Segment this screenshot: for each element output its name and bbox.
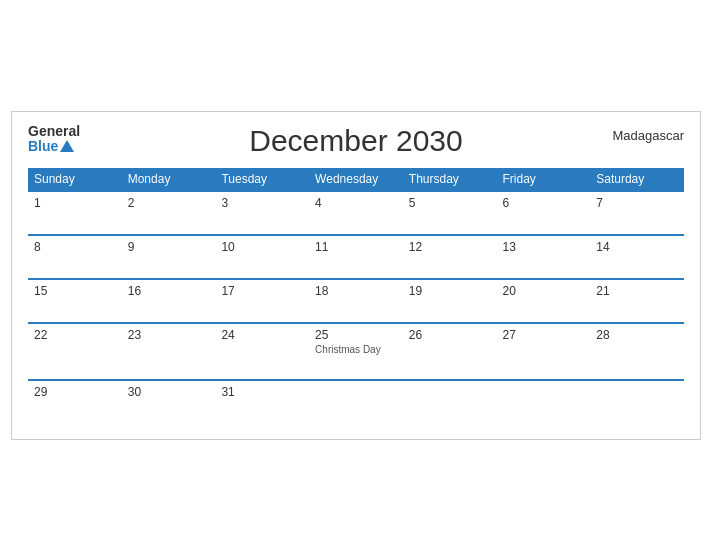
- header-sunday: Sunday: [28, 168, 122, 191]
- calendar-week-1: 1234567: [28, 191, 684, 235]
- header-tuesday: Tuesday: [215, 168, 309, 191]
- country-label: Madagascar: [612, 128, 684, 143]
- calendar-title: December 2030: [249, 124, 462, 158]
- calendar-cell-w2-d3: 10: [215, 235, 309, 279]
- calendar-cell-w5-d2: 30: [122, 380, 216, 423]
- header-saturday: Saturday: [590, 168, 684, 191]
- day-number: 23: [128, 328, 141, 342]
- day-number: 20: [503, 284, 516, 298]
- calendar-thead: Sunday Monday Tuesday Wednesday Thursday…: [28, 168, 684, 191]
- calendar-cell-w1-d4: 4: [309, 191, 403, 235]
- day-number: 7: [596, 196, 603, 210]
- calendar-cell-w4-d4: 25Christmas Day: [309, 323, 403, 380]
- calendar-cell-w3-d5: 19: [403, 279, 497, 323]
- calendar-cell-w2-d2: 9: [122, 235, 216, 279]
- calendar-cell-w4-d5: 26: [403, 323, 497, 380]
- calendar-cell-w5-d5: [403, 380, 497, 423]
- calendar-cell-w2-d1: 8: [28, 235, 122, 279]
- calendar-cell-w4-d7: 28: [590, 323, 684, 380]
- calendar-cell-w3-d1: 15: [28, 279, 122, 323]
- day-number: 4: [315, 196, 322, 210]
- day-number: 5: [409, 196, 416, 210]
- day-number: 31: [221, 385, 234, 399]
- day-number: 14: [596, 240, 609, 254]
- day-number: 9: [128, 240, 135, 254]
- calendar-header: General Blue December 2030 Madagascar: [28, 124, 684, 158]
- header-wednesday: Wednesday: [309, 168, 403, 191]
- calendar-cell-w2-d5: 12: [403, 235, 497, 279]
- day-number: 11: [315, 240, 328, 254]
- calendar-cell-w5-d7: [590, 380, 684, 423]
- day-number: 10: [221, 240, 234, 254]
- calendar-cell-w4-d3: 24: [215, 323, 309, 380]
- day-number: 15: [34, 284, 47, 298]
- calendar-week-5: 293031: [28, 380, 684, 423]
- calendar-cell-w4-d1: 22: [28, 323, 122, 380]
- header-thursday: Thursday: [403, 168, 497, 191]
- calendar-cell-w4-d2: 23: [122, 323, 216, 380]
- day-number: 12: [409, 240, 422, 254]
- day-number: 27: [503, 328, 516, 342]
- calendar-cell-w1-d2: 2: [122, 191, 216, 235]
- calendar-cell-w5-d4: [309, 380, 403, 423]
- day-number: 22: [34, 328, 47, 342]
- calendar-cell-w1-d1: 1: [28, 191, 122, 235]
- day-number: 25: [315, 328, 328, 342]
- weekday-header-row: Sunday Monday Tuesday Wednesday Thursday…: [28, 168, 684, 191]
- day-number: 6: [503, 196, 510, 210]
- holiday-label: Christmas Day: [315, 344, 397, 355]
- day-number: 17: [221, 284, 234, 298]
- calendar-cell-w3-d4: 18: [309, 279, 403, 323]
- calendar-cell-w4-d6: 27: [497, 323, 591, 380]
- day-number: 29: [34, 385, 47, 399]
- calendar-week-3: 15161718192021: [28, 279, 684, 323]
- calendar-week-2: 891011121314: [28, 235, 684, 279]
- calendar-cell-w2-d4: 11: [309, 235, 403, 279]
- logo-triangle-icon: [60, 140, 74, 152]
- calendar-cell-w5-d1: 29: [28, 380, 122, 423]
- calendar-cell-w1-d3: 3: [215, 191, 309, 235]
- day-number: 3: [221, 196, 228, 210]
- calendar-cell-w1-d5: 5: [403, 191, 497, 235]
- calendar-body: 1234567891011121314151617181920212223242…: [28, 191, 684, 423]
- logo-general-text: General: [28, 124, 80, 139]
- header-friday: Friday: [497, 168, 591, 191]
- day-number: 1: [34, 196, 41, 210]
- header-monday: Monday: [122, 168, 216, 191]
- logo-blue-text: Blue: [28, 139, 80, 154]
- calendar-table: Sunday Monday Tuesday Wednesday Thursday…: [28, 168, 684, 423]
- day-number: 28: [596, 328, 609, 342]
- calendar-week-4: 22232425Christmas Day262728: [28, 323, 684, 380]
- day-number: 26: [409, 328, 422, 342]
- calendar-cell-w2-d7: 14: [590, 235, 684, 279]
- day-number: 18: [315, 284, 328, 298]
- day-number: 16: [128, 284, 141, 298]
- calendar-cell-w1-d7: 7: [590, 191, 684, 235]
- day-number: 8: [34, 240, 41, 254]
- day-number: 2: [128, 196, 135, 210]
- calendar-cell-w3-d6: 20: [497, 279, 591, 323]
- day-number: 19: [409, 284, 422, 298]
- day-number: 24: [221, 328, 234, 342]
- calendar-cell-w3-d3: 17: [215, 279, 309, 323]
- calendar-cell-w3-d7: 21: [590, 279, 684, 323]
- day-number: 13: [503, 240, 516, 254]
- logo: General Blue: [28, 124, 80, 155]
- calendar-cell-w5-d6: [497, 380, 591, 423]
- day-number: 21: [596, 284, 609, 298]
- calendar: General Blue December 2030 Madagascar Su…: [11, 111, 701, 440]
- calendar-cell-w5-d3: 31: [215, 380, 309, 423]
- calendar-cell-w2-d6: 13: [497, 235, 591, 279]
- calendar-cell-w1-d6: 6: [497, 191, 591, 235]
- calendar-cell-w3-d2: 16: [122, 279, 216, 323]
- day-number: 30: [128, 385, 141, 399]
